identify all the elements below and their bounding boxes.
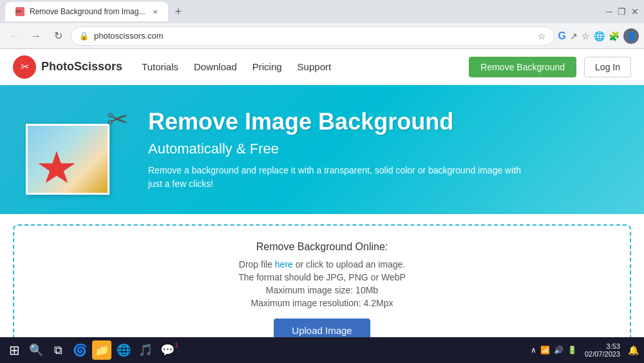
upload-click-link[interactable]: here	[275, 259, 293, 270]
tab-favicon-icon: ✂	[15, 7, 24, 16]
tab-bar: ✂ Remove Background from Imag... ✕ + ─ ❐…	[0, 0, 644, 23]
logo[interactable]: ✂ PhotoScissors	[13, 55, 122, 79]
taskbar-spotify-icon[interactable]: 🎵	[136, 340, 155, 360]
taskbar-files-icon[interactable]: 📁	[92, 340, 111, 360]
restore-button[interactable]: ❐	[618, 6, 626, 17]
tab-title: Remove Background from Imag...	[30, 7, 145, 16]
nav-links: Tutorials Download Pricing Support	[142, 61, 469, 72]
profile-icon[interactable]: 👤	[623, 28, 639, 44]
hero-photo	[26, 124, 109, 195]
hero-title: Remove Image Background	[148, 108, 535, 135]
main-navbar: ✂ PhotoScissors Tutorials Download Prici…	[0, 49, 644, 85]
starfish-image	[37, 151, 76, 186]
browser-extension-icons: G ↗ ☆ 🌐 🧩 👤	[558, 28, 639, 44]
upload-drop-hint: Drop file here or click to upload an ima…	[30, 259, 614, 270]
back-button[interactable]: ←	[5, 27, 23, 45]
logo-icon: ✂	[13, 55, 36, 79]
svg-text:✂: ✂	[21, 61, 29, 72]
remove-background-button[interactable]: Remove Background	[469, 57, 576, 77]
hero-subtitle: Automatically & Free	[148, 141, 535, 157]
nav-support[interactable]: Support	[298, 61, 332, 72]
starfish-background	[28, 126, 108, 193]
address-bar[interactable]: 🔒 photoscissors.com ☆	[71, 26, 554, 46]
browser-toolbar: ← → ↻ 🔒 photoscissors.com ☆ G ↗ ☆ 🌐 🧩 👤	[0, 23, 644, 49]
nav-download[interactable]: Download	[194, 61, 237, 72]
taskbar-task-view-icon[interactable]: ⧉	[48, 340, 68, 360]
translate-icon: 🌐	[594, 31, 605, 41]
share-icon[interactable]: ↗	[570, 31, 578, 41]
battery-icon: 🔋	[567, 346, 577, 355]
system-clock[interactable]: 3:53 02/07/2023	[585, 342, 620, 358]
windows-taskbar: ⊞ 🔍 ⧉ 🌀 📁 🌐 🎵 💬 1 ∧ 📶 🔊 🔋 3:53 02/07/202…	[0, 337, 644, 363]
hero-text: Remove Image Background Automatically & …	[148, 108, 535, 191]
system-tray-icons: ∧ 📶 🔊 🔋	[531, 346, 577, 355]
profile-area[interactable]: 👤	[623, 28, 639, 44]
taskbar-search-icon[interactable]: 🔍	[26, 340, 46, 360]
login-button[interactable]: Log In	[584, 57, 631, 77]
browser-chrome: ✂ Remove Background from Imag... ✕ + ─ ❐…	[0, 0, 644, 49]
scissors-decoration-icon: ✂	[107, 104, 129, 134]
upload-size-limit: Maximum image size: 10Mb	[30, 285, 614, 295]
hero-description: Remove a background and replace it with …	[148, 164, 535, 191]
page-content: ✂ PhotoScissors Tutorials Download Prici…	[0, 49, 644, 363]
logo-text: PhotoScissors	[41, 60, 122, 74]
minimize-button[interactable]: ─	[606, 6, 612, 17]
close-button[interactable]: ✕	[631, 6, 639, 17]
taskbar-chrome-icon[interactable]: 🌐	[114, 340, 133, 360]
star-icon[interactable]: ☆	[582, 31, 590, 41]
notification-badge: 1	[175, 342, 178, 349]
taskbar-edge-icon[interactable]: 🌀	[70, 340, 90, 360]
upload-section-title: Remove Background Online:	[30, 241, 614, 253]
forward-button[interactable]: →	[27, 27, 45, 45]
tab-close-button[interactable]: ✕	[153, 8, 158, 15]
notification-center-icon[interactable]: 🔔	[628, 345, 639, 355]
nav-actions: Remove Background Log In	[469, 57, 631, 77]
reload-button[interactable]: ↻	[49, 27, 67, 45]
bookmark-icon[interactable]: ☆	[538, 31, 546, 41]
google-icon: G	[558, 30, 566, 42]
clock-time: 3:53	[585, 342, 620, 350]
clock-date: 02/07/2023	[585, 350, 620, 358]
upload-format-hint: The format should be JPG, PNG or WebP	[30, 272, 614, 282]
taskbar-left: ⊞ 🔍 ⧉ 🌀 📁 🌐 🎵 💬 1	[5, 340, 178, 360]
network-icon[interactable]: 📶	[540, 346, 550, 355]
hero-section: ✂ Remove Image Background Automatically …	[0, 85, 644, 214]
nav-tutorials[interactable]: Tutorials	[142, 61, 178, 72]
url-text: photoscissors.com	[94, 31, 533, 41]
nav-pricing[interactable]: Pricing	[252, 61, 282, 72]
new-tab-button[interactable]: +	[171, 4, 185, 20]
lock-icon: 🔒	[79, 32, 89, 41]
active-tab[interactable]: ✂ Remove Background from Imag... ✕	[5, 2, 168, 21]
tray-expand-icon[interactable]: ∧	[531, 346, 536, 355]
volume-icon[interactable]: 🔊	[554, 346, 564, 355]
ext1-icon: 🧩	[609, 31, 620, 41]
upload-resolution-limit: Maximum image resolution: 4.2Mpx	[30, 298, 614, 308]
hero-image: ✂	[26, 104, 129, 195]
taskbar-right: ∧ 📶 🔊 🔋 3:53 02/07/2023 🔔	[531, 342, 639, 358]
windows-start-button[interactable]: ⊞	[5, 340, 24, 360]
